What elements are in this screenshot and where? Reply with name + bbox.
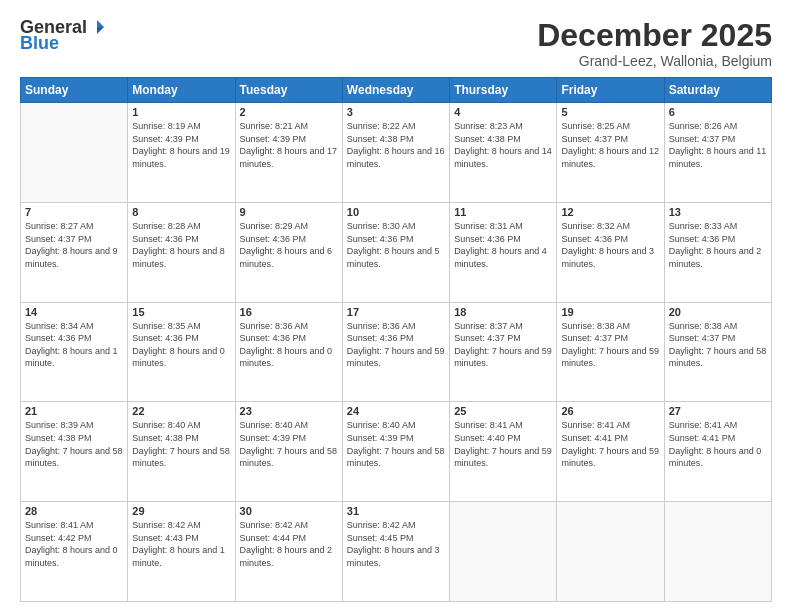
calendar-cell: 23Sunrise: 8:40 AMSunset: 4:39 PMDayligh… — [235, 402, 342, 502]
calendar-cell — [21, 103, 128, 203]
calendar-week-3: 21Sunrise: 8:39 AMSunset: 4:38 PMDayligh… — [21, 402, 772, 502]
day-number: 30 — [240, 505, 338, 517]
day-info: Sunrise: 8:42 AMSunset: 4:45 PMDaylight:… — [347, 519, 445, 569]
calendar-body: 1Sunrise: 8:19 AMSunset: 4:39 PMDaylight… — [21, 103, 772, 602]
calendar-cell: 7Sunrise: 8:27 AMSunset: 4:37 PMDaylight… — [21, 202, 128, 302]
day-number: 26 — [561, 405, 659, 417]
day-info: Sunrise: 8:33 AMSunset: 4:36 PMDaylight:… — [669, 220, 767, 270]
day-info: Sunrise: 8:38 AMSunset: 4:37 PMDaylight:… — [561, 320, 659, 370]
day-info: Sunrise: 8:36 AMSunset: 4:36 PMDaylight:… — [240, 320, 338, 370]
header-sunday: Sunday — [21, 78, 128, 103]
calendar-cell: 3Sunrise: 8:22 AMSunset: 4:38 PMDaylight… — [342, 103, 449, 203]
calendar-cell: 30Sunrise: 8:42 AMSunset: 4:44 PMDayligh… — [235, 502, 342, 602]
day-number: 16 — [240, 306, 338, 318]
day-number: 9 — [240, 206, 338, 218]
logo: General Blue — [20, 18, 106, 52]
calendar-cell: 11Sunrise: 8:31 AMSunset: 4:36 PMDayligh… — [450, 202, 557, 302]
calendar-cell: 29Sunrise: 8:42 AMSunset: 4:43 PMDayligh… — [128, 502, 235, 602]
day-number: 17 — [347, 306, 445, 318]
calendar-cell: 27Sunrise: 8:41 AMSunset: 4:41 PMDayligh… — [664, 402, 771, 502]
calendar-cell: 21Sunrise: 8:39 AMSunset: 4:38 PMDayligh… — [21, 402, 128, 502]
calendar-week-1: 7Sunrise: 8:27 AMSunset: 4:37 PMDaylight… — [21, 202, 772, 302]
day-number: 25 — [454, 405, 552, 417]
day-number: 24 — [347, 405, 445, 417]
day-number: 12 — [561, 206, 659, 218]
calendar-cell: 17Sunrise: 8:36 AMSunset: 4:36 PMDayligh… — [342, 302, 449, 402]
day-info: Sunrise: 8:41 AMSunset: 4:40 PMDaylight:… — [454, 419, 552, 469]
day-info: Sunrise: 8:35 AMSunset: 4:36 PMDaylight:… — [132, 320, 230, 370]
day-number: 15 — [132, 306, 230, 318]
header: General Blue December 2025 Grand-Leez, W… — [20, 18, 772, 69]
day-info: Sunrise: 8:42 AMSunset: 4:43 PMDaylight:… — [132, 519, 230, 569]
calendar-cell: 1Sunrise: 8:19 AMSunset: 4:39 PMDaylight… — [128, 103, 235, 203]
day-info: Sunrise: 8:30 AMSunset: 4:36 PMDaylight:… — [347, 220, 445, 270]
calendar-table: Sunday Monday Tuesday Wednesday Thursday… — [20, 77, 772, 602]
header-saturday: Saturday — [664, 78, 771, 103]
day-info: Sunrise: 8:40 AMSunset: 4:39 PMDaylight:… — [347, 419, 445, 469]
day-info: Sunrise: 8:22 AMSunset: 4:38 PMDaylight:… — [347, 120, 445, 170]
day-info: Sunrise: 8:19 AMSunset: 4:39 PMDaylight:… — [132, 120, 230, 170]
location-subtitle: Grand-Leez, Wallonia, Belgium — [537, 53, 772, 69]
day-info: Sunrise: 8:42 AMSunset: 4:44 PMDaylight:… — [240, 519, 338, 569]
calendar-cell: 8Sunrise: 8:28 AMSunset: 4:36 PMDaylight… — [128, 202, 235, 302]
header-tuesday: Tuesday — [235, 78, 342, 103]
calendar-cell: 19Sunrise: 8:38 AMSunset: 4:37 PMDayligh… — [557, 302, 664, 402]
day-info: Sunrise: 8:40 AMSunset: 4:38 PMDaylight:… — [132, 419, 230, 469]
day-info: Sunrise: 8:27 AMSunset: 4:37 PMDaylight:… — [25, 220, 123, 270]
header-wednesday: Wednesday — [342, 78, 449, 103]
calendar-cell: 20Sunrise: 8:38 AMSunset: 4:37 PMDayligh… — [664, 302, 771, 402]
day-number: 14 — [25, 306, 123, 318]
calendar-cell: 12Sunrise: 8:32 AMSunset: 4:36 PMDayligh… — [557, 202, 664, 302]
svg-marker-0 — [97, 20, 104, 27]
day-info: Sunrise: 8:41 AMSunset: 4:41 PMDaylight:… — [669, 419, 767, 469]
day-number: 8 — [132, 206, 230, 218]
day-info: Sunrise: 8:31 AMSunset: 4:36 PMDaylight:… — [454, 220, 552, 270]
title-block: December 2025 Grand-Leez, Wallonia, Belg… — [537, 18, 772, 69]
weekday-row: Sunday Monday Tuesday Wednesday Thursday… — [21, 78, 772, 103]
calendar-cell: 9Sunrise: 8:29 AMSunset: 4:36 PMDaylight… — [235, 202, 342, 302]
day-number: 31 — [347, 505, 445, 517]
day-number: 22 — [132, 405, 230, 417]
day-info: Sunrise: 8:28 AMSunset: 4:36 PMDaylight:… — [132, 220, 230, 270]
day-number: 27 — [669, 405, 767, 417]
calendar-cell: 25Sunrise: 8:41 AMSunset: 4:40 PMDayligh… — [450, 402, 557, 502]
calendar-week-0: 1Sunrise: 8:19 AMSunset: 4:39 PMDaylight… — [21, 103, 772, 203]
day-number: 21 — [25, 405, 123, 417]
day-number: 19 — [561, 306, 659, 318]
calendar-cell: 28Sunrise: 8:41 AMSunset: 4:42 PMDayligh… — [21, 502, 128, 602]
day-number: 3 — [347, 106, 445, 118]
day-number: 20 — [669, 306, 767, 318]
day-info: Sunrise: 8:38 AMSunset: 4:37 PMDaylight:… — [669, 320, 767, 370]
calendar-cell: 5Sunrise: 8:25 AMSunset: 4:37 PMDaylight… — [557, 103, 664, 203]
calendar-cell: 22Sunrise: 8:40 AMSunset: 4:38 PMDayligh… — [128, 402, 235, 502]
calendar-cell: 13Sunrise: 8:33 AMSunset: 4:36 PMDayligh… — [664, 202, 771, 302]
day-info: Sunrise: 8:40 AMSunset: 4:39 PMDaylight:… — [240, 419, 338, 469]
day-number: 18 — [454, 306, 552, 318]
calendar-cell: 31Sunrise: 8:42 AMSunset: 4:45 PMDayligh… — [342, 502, 449, 602]
day-number: 13 — [669, 206, 767, 218]
day-info: Sunrise: 8:29 AMSunset: 4:36 PMDaylight:… — [240, 220, 338, 270]
day-number: 7 — [25, 206, 123, 218]
day-number: 29 — [132, 505, 230, 517]
header-friday: Friday — [557, 78, 664, 103]
day-number: 2 — [240, 106, 338, 118]
calendar-cell: 14Sunrise: 8:34 AMSunset: 4:36 PMDayligh… — [21, 302, 128, 402]
day-number: 28 — [25, 505, 123, 517]
day-info: Sunrise: 8:34 AMSunset: 4:36 PMDaylight:… — [25, 320, 123, 370]
day-number: 10 — [347, 206, 445, 218]
calendar-cell: 18Sunrise: 8:37 AMSunset: 4:37 PMDayligh… — [450, 302, 557, 402]
calendar-cell: 2Sunrise: 8:21 AMSunset: 4:39 PMDaylight… — [235, 103, 342, 203]
day-info: Sunrise: 8:26 AMSunset: 4:37 PMDaylight:… — [669, 120, 767, 170]
calendar-cell — [557, 502, 664, 602]
logo-flag-icon — [88, 18, 106, 36]
day-info: Sunrise: 8:39 AMSunset: 4:38 PMDaylight:… — [25, 419, 123, 469]
page: General Blue December 2025 Grand-Leez, W… — [0, 0, 792, 612]
calendar-cell: 10Sunrise: 8:30 AMSunset: 4:36 PMDayligh… — [342, 202, 449, 302]
day-info: Sunrise: 8:23 AMSunset: 4:38 PMDaylight:… — [454, 120, 552, 170]
header-monday: Monday — [128, 78, 235, 103]
day-info: Sunrise: 8:37 AMSunset: 4:37 PMDaylight:… — [454, 320, 552, 370]
calendar-week-4: 28Sunrise: 8:41 AMSunset: 4:42 PMDayligh… — [21, 502, 772, 602]
day-number: 6 — [669, 106, 767, 118]
day-info: Sunrise: 8:21 AMSunset: 4:39 PMDaylight:… — [240, 120, 338, 170]
calendar-cell: 16Sunrise: 8:36 AMSunset: 4:36 PMDayligh… — [235, 302, 342, 402]
